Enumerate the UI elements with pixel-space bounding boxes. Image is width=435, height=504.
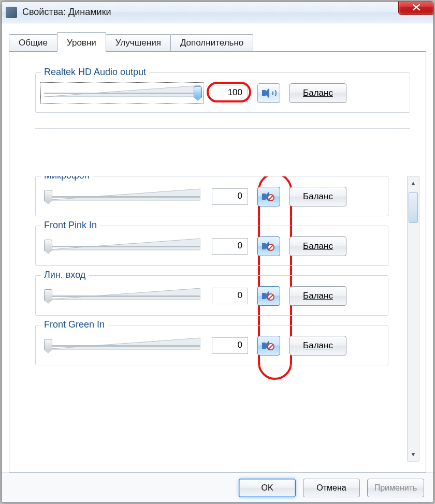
properties-dialog: Свойства: Динамики Общие Уровни Улучшени… (1, 1, 434, 503)
balance-button-channel[interactable]: Баланс (289, 286, 346, 306)
speaker-icon (262, 87, 276, 99)
vertical-scrollbar[interactable]: ▲ ▼ (407, 176, 419, 462)
group-channel-0: Микрофон 0 (35, 176, 388, 216)
dialog-footer: OK Отмена Применить (2, 472, 433, 502)
tab-general[interactable]: Общие (9, 34, 57, 51)
mute-button-channel[interactable] (257, 236, 280, 256)
speaker-muted-icon (262, 340, 276, 351)
ok-button[interactable]: OK (239, 479, 296, 497)
balance-button-channel[interactable]: Баланс (289, 336, 346, 355)
client-area: Общие Уровни Улучшения Дополнительно Rea… (2, 23, 433, 472)
mute-button-channel[interactable] (257, 286, 280, 306)
group-label: Микрофон (41, 176, 93, 181)
svg-marker-2 (44, 239, 200, 250)
window-title: Свойства: Динамики (22, 7, 111, 18)
group-main-output: Realtek HD Audio output (35, 72, 410, 113)
tab-advanced[interactable]: Дополнительно (170, 34, 253, 51)
slider-channel[interactable] (42, 336, 202, 355)
group-label: Front Pink In (41, 220, 100, 231)
scrollbar-thumb[interactable] (409, 192, 418, 223)
tab-body-levels: Realtek HD Audio output (9, 51, 426, 472)
group-label-main: Realtek HD Audio output (41, 67, 149, 78)
group-channel-2: Лин. вход 0 (35, 275, 388, 316)
slider-channel[interactable] (42, 187, 202, 206)
value-main: 100 (212, 85, 248, 101)
slider-main[interactable] (42, 84, 202, 102)
value-channel: 0 (212, 337, 248, 354)
value-channel: 0 (212, 188, 248, 205)
speaker-muted-icon (262, 241, 276, 252)
balance-button-channel[interactable]: Баланс (289, 236, 346, 256)
channels-scroll: Микрофон 0 (35, 176, 419, 462)
mute-button-channel[interactable] (257, 187, 280, 206)
slider-channel[interactable] (42, 287, 202, 305)
cancel-button[interactable]: Отмена (303, 479, 360, 497)
close-icon (412, 4, 421, 11)
tab-enhancements[interactable]: Улучшения (106, 34, 171, 51)
scroll-down-icon[interactable]: ▼ (408, 448, 419, 461)
balance-button-channel[interactable]: Баланс (289, 187, 346, 206)
speaker-muted-icon (262, 290, 276, 302)
mute-button-channel[interactable] (257, 336, 280, 355)
group-channel-3: Front Green In 0 (35, 325, 388, 365)
apply-button[interactable]: Применить (367, 479, 424, 497)
svg-marker-3 (44, 288, 200, 300)
tabstrip: Общие Уровни Улучшения Дополнительно (9, 31, 426, 51)
group-channel-1: Front Pink In 0 (35, 226, 388, 266)
group-label: Лин. вход (41, 270, 89, 280)
svg-marker-4 (44, 338, 200, 349)
speaker-muted-icon (262, 191, 276, 202)
svg-marker-1 (44, 189, 200, 200)
value-channel: 0 (212, 238, 248, 255)
app-icon (6, 7, 17, 18)
tab-levels[interactable]: Уровни (57, 32, 106, 52)
divider (35, 128, 410, 129)
scroll-up-icon[interactable]: ▲ (408, 176, 419, 190)
slider-channel[interactable] (42, 237, 202, 256)
value-channel: 0 (212, 288, 248, 304)
svg-marker-0 (44, 85, 200, 97)
close-button[interactable] (398, 1, 434, 15)
mute-button-main[interactable] (257, 83, 280, 103)
group-label: Front Green In (41, 319, 108, 330)
titlebar[interactable]: Свойства: Динамики (2, 2, 433, 23)
balance-button-main[interactable]: Баланс (289, 83, 346, 103)
